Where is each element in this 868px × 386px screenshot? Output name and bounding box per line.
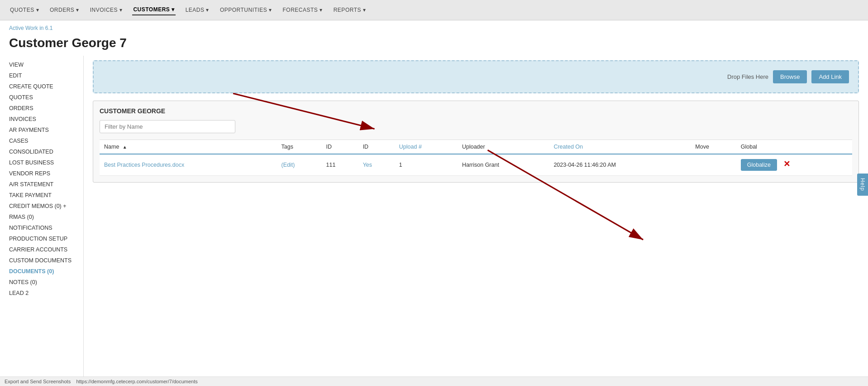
breadcrumb: Active Work in 6.1: [0, 20, 868, 33]
sidebar-item-custom-documents[interactable]: CUSTOM DOCUMENTS: [0, 255, 83, 266]
sidebar-item-credit-memos[interactable]: CREDIT MEMOS (0) +: [0, 201, 83, 212]
status-left: Export and Send Screenshots: [5, 379, 71, 384]
tags-edit-link[interactable]: (Edit): [281, 162, 295, 168]
cell-id2: Yes: [358, 154, 395, 176]
main-content: Active Work in 6.1 Customer George 7 VIE…: [0, 20, 868, 386]
cell-uploader: Harrison Grant: [458, 154, 549, 176]
sidebar-item-production-setup[interactable]: PRODUCTION SETUP: [0, 233, 83, 244]
drop-zone: Drop Files Here Browse Add Link: [93, 60, 859, 93]
nav-leads[interactable]: LEADS ▾: [185, 5, 210, 15]
sidebar-item-notifications[interactable]: NOTIFICATIONS: [0, 222, 83, 233]
col-id1: ID: [322, 140, 358, 154]
col-created-on: Created On: [549, 140, 691, 154]
page-title: Customer George 7: [0, 33, 868, 56]
id2-link[interactable]: Yes: [363, 162, 372, 168]
sidebar-item-quotes[interactable]: QUOTES: [0, 92, 83, 103]
sidebar-item-orders[interactable]: ORDERS: [0, 103, 83, 114]
nav-forecasts[interactable]: FORECASTS ▾: [282, 5, 324, 15]
col-upload-num: Upload #: [395, 140, 458, 154]
cell-upload-num: 1: [395, 154, 458, 176]
documents-table: Name ▲ Tags ID ID Upload # Uploader Crea…: [100, 140, 852, 176]
filter-input[interactable]: [100, 120, 235, 133]
add-link-button[interactable]: Add Link: [811, 70, 849, 83]
nav-customers[interactable]: CUSTOMERS ▾: [132, 5, 175, 15]
col-uploader: Uploader: [458, 140, 549, 154]
nav-quotes[interactable]: QUOTES ▾: [9, 5, 40, 15]
globalize-button[interactable]: Globalize: [741, 159, 777, 171]
cell-created-on: 2023-04-26 11:46:20 AM: [549, 154, 691, 176]
sidebar-item-consolidated[interactable]: CONSOLIDATED: [0, 146, 83, 157]
col-global: Global: [736, 140, 852, 154]
sidebar-item-cases[interactable]: CASES: [0, 135, 83, 146]
cell-global: Globalize ✕: [736, 154, 852, 176]
drop-text: Drop Files Here: [727, 73, 768, 80]
nav-invoices[interactable]: INVOICES ▾: [89, 5, 124, 15]
sidebar-item-ar-payments[interactable]: AR PAYMENTS: [0, 125, 83, 135]
doc-area: Drop Files Here Browse Add Link CUSTOMER…: [84, 56, 868, 386]
nav-reports[interactable]: REPORTS ▾: [333, 5, 367, 15]
sort-arrow-name: ▲: [123, 145, 127, 150]
sidebar-item-lead2[interactable]: LEAD 2: [0, 288, 83, 299]
cell-tags: (Edit): [277, 154, 321, 176]
sidebar-item-create-quote[interactable]: CREATE QUOTE: [0, 81, 83, 92]
section-panel: CUSTOMER GEORGE Name ▲ Tags ID ID Uploa: [93, 101, 859, 183]
sidebar-item-view[interactable]: VIEW: [0, 59, 83, 70]
cell-name: Best Practices Procedures.docx: [100, 154, 277, 176]
help-tab-button[interactable]: Help: [857, 174, 868, 196]
sidebar: VIEW EDIT CREATE QUOTE QUOTES ORDERS INV…: [0, 56, 84, 386]
top-nav: QUOTES ▾ ORDERS ▾ INVOICES ▾ CUSTOMERS ▾…: [0, 0, 868, 20]
sidebar-item-invoices[interactable]: INVOICES: [0, 114, 83, 125]
col-id2: ID: [358, 140, 395, 154]
cell-move: [691, 154, 736, 176]
sidebar-item-take-payment[interactable]: TAKE PAYMENT: [0, 190, 83, 201]
status-url: https://demonmfg.cetecerp.com/customer/7…: [76, 379, 197, 384]
delete-row-button[interactable]: ✕: [783, 159, 790, 169]
section-title: CUSTOMER GEORGE: [100, 107, 852, 115]
sidebar-item-rmas[interactable]: RMAS (0): [0, 212, 83, 222]
col-tags: Tags: [277, 140, 321, 154]
browse-button[interactable]: Browse: [773, 70, 807, 83]
sidebar-item-edit[interactable]: EDIT: [0, 70, 83, 81]
sidebar-item-carrier-accounts[interactable]: CARRIER ACCOUNTS: [0, 244, 83, 255]
sidebar-item-lost-business[interactable]: LOST BUSINESS: [0, 157, 83, 168]
col-move: Move: [691, 140, 736, 154]
help-tab-container: Help: [857, 174, 868, 197]
status-bar: Export and Send Screenshots https://demo…: [0, 376, 868, 386]
sidebar-item-ar-statement[interactable]: A/R STATEMENT: [0, 179, 83, 190]
sidebar-item-vendor-reps[interactable]: VENDOR REPS: [0, 168, 83, 179]
nav-orders[interactable]: ORDERS ▾: [49, 5, 80, 15]
table-row: Best Practices Procedures.docx (Edit) 11…: [100, 154, 852, 176]
doc-name-link[interactable]: Best Practices Procedures.docx: [104, 162, 184, 168]
nav-opportunities[interactable]: OPPORTUNITIES ▾: [219, 5, 273, 15]
cell-id1: 111: [322, 154, 358, 176]
col-name[interactable]: Name ▲: [100, 140, 277, 154]
content-body: VIEW EDIT CREATE QUOTE QUOTES ORDERS INV…: [0, 56, 868, 386]
sidebar-item-documents[interactable]: DOCUMENTS (0): [0, 266, 83, 277]
sidebar-item-notes[interactable]: NOTES (0): [0, 277, 83, 288]
